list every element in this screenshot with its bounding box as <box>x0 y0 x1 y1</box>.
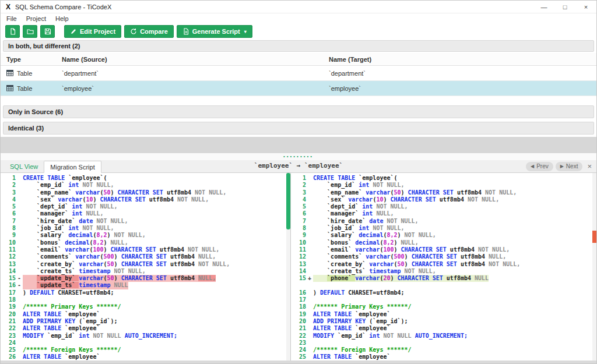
line-number: 25 <box>293 354 306 361</box>
code-token: CHARACTER SET <box>121 253 170 260</box>
code-token: utf8mb4 <box>440 196 468 203</box>
code-token: `employee` <box>65 354 100 360</box>
diff-marker <box>306 296 313 303</box>
code-token: timestamp <box>369 268 404 274</box>
save-project-button[interactable] <box>40 25 55 38</box>
code-line: 24/****** Foreign Keys ******/ <box>293 347 591 354</box>
code-token: ) <box>394 246 401 253</box>
code-line: 12 `comments` varchar(500) CHARACTER SET… <box>3 253 285 260</box>
code-token: CREATE TABLE <box>313 175 359 181</box>
code-token: `salary` <box>37 232 68 238</box>
code-token: int <box>79 333 93 339</box>
code-text: `bonus` decimal(8,2) NULL, <box>23 239 128 246</box>
tab-migration-script[interactable]: Migration Script <box>44 161 101 173</box>
edit-project-button[interactable]: Edit Project <box>64 25 121 38</box>
code-line: 22ALTER TABLE `employee` <box>3 325 285 332</box>
open-project-button[interactable] <box>23 25 37 38</box>
next-diff-button[interactable]: ▶ Next <box>556 162 583 171</box>
code-token: NULL, <box>198 253 216 260</box>
code-line: 8 `job_id` int NOT NULL, <box>3 225 285 232</box>
code-token: `update_by` <box>37 275 79 281</box>
title-bar: X SQL Schema Compare - TiCodeX — □ × <box>1 1 596 13</box>
code-token: (`emp_id`); <box>79 318 117 324</box>
code-token: ) <box>398 232 405 238</box>
compare-button[interactable]: Compare <box>124 25 174 38</box>
code-text: ALTER TABLE `employee` <box>23 325 100 332</box>
diff-marker <box>16 354 23 361</box>
splitter-handle[interactable]: ••••••••• <box>1 153 596 160</box>
menu-help[interactable]: Help <box>51 15 73 22</box>
menu-project[interactable]: Project <box>22 15 51 22</box>
line-number: 2 <box>3 182 16 189</box>
line-number: 1 <box>3 175 16 182</box>
table-row-employee[interactable]: Table `employee` `employee` <box>1 81 596 96</box>
empty-list-area <box>1 137 596 153</box>
code-token: 100 <box>93 246 103 253</box>
horizontal-scrollbar[interactable] <box>1 361 596 363</box>
line-number: 3 <box>293 189 306 196</box>
prev-diff-button[interactable]: ◀ Prev <box>526 162 553 171</box>
code-token: ADD PRIMARY KEY <box>23 318 79 324</box>
code-token: utf8mb4 <box>170 261 198 267</box>
code-token: NULL, <box>86 210 103 217</box>
code-text: /****** Foreign Keys ******/ <box>23 347 121 354</box>
code-text: `hire_date` date NOT NULL, <box>23 218 128 225</box>
section-only-in-source[interactable]: Only in Source (6) <box>3 105 594 118</box>
code-token <box>313 268 327 274</box>
code-token <box>23 210 37 217</box>
column-header-name-source[interactable]: Name (Source) <box>62 56 329 63</box>
code-line: 26ALTER TABLE `employee` <box>3 354 285 361</box>
column-header-name-target[interactable]: Name (Target) <box>329 56 596 63</box>
code-token: CHARACTER SET <box>401 246 450 253</box>
code-token: ) <box>111 189 118 196</box>
close-window-button[interactable]: × <box>575 1 596 13</box>
code-text: `update_ts` timestamp NULL <box>23 282 128 289</box>
code-token: `dept_id` <box>327 203 362 210</box>
table-header-row: Type Name (Source) Name (Target) <box>1 53 596 66</box>
table-row-department[interactable]: Table `department` `department` <box>1 66 596 81</box>
code-text: MODIFY `emp_id` int NOT NULL AUTO_INCREM… <box>313 333 468 340</box>
close-diff-pane-icon[interactable]: × <box>585 162 594 171</box>
code-text: CREATE TABLE `employee`( <box>23 175 107 182</box>
line-number: 7 <box>3 218 16 225</box>
minimize-button[interactable]: — <box>533 1 554 13</box>
code-line: 10 `bonus` decimal(8,2) NULL, <box>3 239 285 246</box>
code-line: 9 `salary` decimal(8,2) NOT NULL, <box>3 232 285 239</box>
code-token: NULL, <box>198 275 216 281</box>
code-token: varchar <box>348 196 373 203</box>
code-token <box>313 210 327 217</box>
section-identical[interactable]: Identical (3) <box>3 122 594 135</box>
code-line: 17 <box>293 296 591 303</box>
next-arrow-icon: ▶ <box>560 164 564 169</box>
diff-position-marker[interactable] <box>592 231 596 243</box>
code-token: CHARACTER SET <box>118 189 167 196</box>
code-token: `employee` <box>355 325 390 331</box>
menu-file[interactable]: File <box>2 15 22 22</box>
diff-marker <box>306 340 313 347</box>
diff-marker <box>16 303 23 310</box>
code-token <box>313 239 327 246</box>
code-token: 500 <box>394 253 405 260</box>
line-number: 6 <box>293 210 306 217</box>
code-token: 50 <box>107 261 114 267</box>
section-in-both-different[interactable]: In both, but different (2) <box>3 40 594 52</box>
code-text: MODIFY `emp_id` int NOT NULL AUTO_INCREM… <box>23 333 177 340</box>
new-project-button[interactable] <box>5 25 20 38</box>
code-line: 7 `hire_date` date NOT NULL, <box>3 218 285 225</box>
line-number: 6 <box>3 210 16 217</box>
code-text: `sex` varchar(10) CHARACTER SET utf8mb4 … <box>23 196 209 203</box>
code-token: CHARACTER SET <box>111 246 160 253</box>
line-number: 21 <box>293 325 306 332</box>
maximize-button[interactable]: □ <box>554 1 575 13</box>
compare-title: `employee` → `employee` <box>254 162 343 169</box>
code-token: ) <box>391 275 398 281</box>
chevron-down-icon: ▾ <box>244 29 247 34</box>
column-header-type[interactable]: Type <box>1 56 62 63</box>
line-number: 3 <box>3 189 16 196</box>
generate-script-button[interactable]: Generate Script ▾ <box>177 25 252 38</box>
code-token: `create_ts` <box>37 268 79 274</box>
tab-sql-view[interactable]: SQL View <box>4 160 44 172</box>
code-token: NULL, <box>489 253 506 260</box>
source-scrollbar-thumb[interactable] <box>286 173 290 229</box>
code-text: `job_id` int NOT NULL, <box>23 225 114 232</box>
